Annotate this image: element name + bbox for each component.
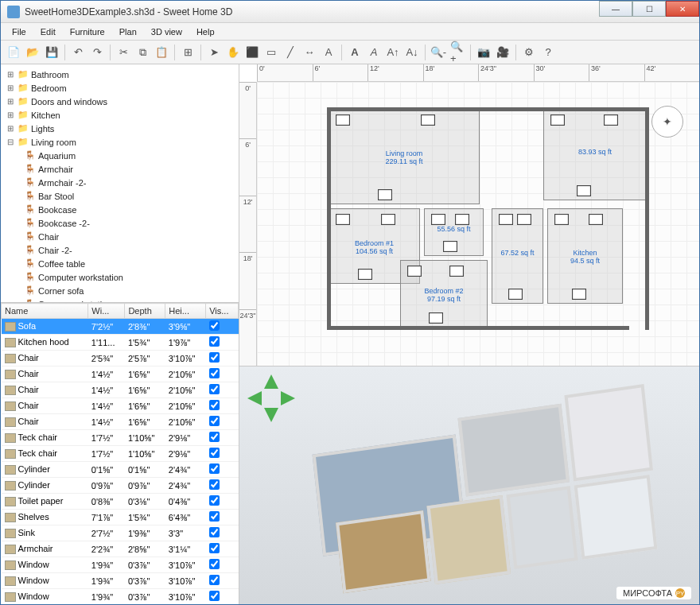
visible-checkbox[interactable] [209,511,220,522]
expand-icon[interactable]: ⊞ [6,97,15,106]
minimize-button[interactable]: — [599,1,632,17]
plan-view[interactable]: 0'6'12'18'24'3"30'36'42' 0'6'12'18'24'3"… [239,64,699,366]
table-row[interactable]: Cylinder0'1⅝"0'1⅝"2'4¾" [2,462,239,478]
visible-checkbox[interactable] [209,416,220,426]
visible-checkbox[interactable] [209,448,220,458]
menu-edit[interactable]: Edit [34,25,62,39]
table-row[interactable]: Shelves7'1⅞"1'5¾"6'4⅜" [2,510,239,525]
table-row[interactable]: Teck chair1'7½"1'10⅝"2'9⅛" [2,446,239,462]
expand-icon[interactable]: ⊞ [6,111,15,119]
menu-plan[interactable]: Plan [113,25,143,39]
table-row[interactable]: Armchair2'2¾"2'8⅝"3'1¼" [2,541,239,557]
open-icon[interactable]: 📂 [25,45,41,60]
visible-checkbox[interactable] [209,575,220,585]
visible-checkbox[interactable] [209,479,220,490]
furniture-object[interactable] [577,185,591,196]
paste-icon[interactable]: 📋 [154,45,169,60]
save-icon[interactable]: 💾 [44,45,60,60]
tree-category[interactable]: ⊞📁Lights [2,122,237,135]
table-row[interactable]: Cylinder0'9⅞"0'9⅞"2'4¾" [2,478,239,494]
visible-checkbox[interactable] [209,336,220,347]
expand-icon[interactable]: ⊞ [6,70,15,79]
table-row[interactable]: Chair1'4½"1'6⅝"2'10⅝" [2,398,239,414]
wall[interactable] [327,107,331,330]
close-button[interactable]: ✕ [666,1,699,17]
room[interactable]: 55.56 sq ft [424,208,484,256]
visible-checkbox[interactable] [209,384,220,394]
dimension-icon[interactable]: ↔ [301,45,317,60]
plan-canvas[interactable]: ✦ Living room229.11 sq ft83.93 sq ftBedr… [257,82,699,366]
table-row[interactable]: Chair2'5¾"2'5⅞"3'10⅞" [2,351,239,366]
furniture-object[interactable] [449,266,464,277]
visible-checkbox[interactable] [209,591,220,601]
column-header[interactable]: Depth [125,304,165,319]
table-row[interactable]: Sink2'7½"1'9⅜"3'3" [2,525,239,541]
furniture-object[interactable] [431,214,445,225]
table-row[interactable]: Chair1'4½"1'6⅝"2'10⅝" [2,382,239,398]
column-header[interactable]: Wi... [88,304,125,319]
tree-item[interactable]: 🪑Bookcase [25,203,237,216]
bold-icon[interactable]: A [347,45,363,60]
tree-category[interactable]: ⊞📁Kitchen [2,108,237,122]
nav-right-icon[interactable] [281,391,295,405]
video-icon[interactable]: 🎥 [495,45,511,60]
visible-checkbox[interactable] [209,400,220,410]
tree-item[interactable]: 🪑Coffee table [25,257,237,270]
table-row[interactable]: Chair1'4½"1'6⅝"2'10⅝" [2,366,239,382]
tree-item[interactable]: 🪑Corner workstation [25,297,237,303]
table-row[interactable]: Window1'9¾"0'3⅞"3'10⅞" [2,573,239,589]
visible-checkbox[interactable] [209,432,220,442]
tree-item[interactable]: 🪑Aquarium [25,149,237,162]
tree-item[interactable]: 🪑Bar Stool [25,189,237,203]
menu-file[interactable]: File [6,25,33,39]
nav-left-icon[interactable] [247,391,262,405]
visible-checkbox[interactable] [209,559,220,569]
furniture-object[interactable] [336,114,350,126]
add-furniture-icon[interactable]: ⊞ [180,45,196,60]
tree-category[interactable]: ⊞📁Doors and windows [2,95,237,108]
nav-down-icon[interactable] [264,408,278,422]
splitter-vertical[interactable] [238,64,241,604]
visible-checkbox[interactable] [209,527,220,537]
furniture-object[interactable] [517,214,531,225]
expand-icon[interactable]: ⊟ [6,138,15,146]
wall[interactable] [327,107,649,111]
furniture-object[interactable] [455,214,469,225]
table-row[interactable]: Teck chair1'7½"1'10⅝"2'9⅛" [2,430,239,446]
help-icon[interactable]: ? [540,45,556,60]
redo-icon[interactable]: ↷ [89,45,105,60]
size-up-icon[interactable]: A↑ [385,45,401,60]
furniture-object[interactable] [381,214,395,225]
select-icon[interactable]: ➤ [206,45,222,60]
table-row[interactable]: Chair1'4½"1'6⅝"2'10⅝" [2,414,239,430]
photo-icon[interactable]: 📷 [476,45,492,60]
italic-icon[interactable]: A [366,45,382,60]
prefs-icon[interactable]: ⚙ [521,45,537,60]
nav-pad[interactable] [247,374,295,422]
furniture-object[interactable] [421,114,435,126]
tree-item[interactable]: 🪑Armchair [25,162,237,176]
pan-icon[interactable]: ✋ [225,45,241,60]
expand-icon[interactable]: ⊞ [6,124,15,133]
visible-checkbox[interactable] [209,463,220,474]
column-header[interactable]: Name [2,304,88,319]
wall[interactable] [327,326,629,330]
nav-up-icon[interactable] [264,374,278,389]
furniture-list[interactable]: NameWi...DepthHei...Vis... Sofa7'2½"2'8⅜… [1,303,239,604]
tree-item[interactable]: 🪑Armchair -2- [25,176,237,189]
column-header[interactable]: Vis... [206,304,239,319]
furniture-object[interactable] [429,312,443,324]
furniture-object[interactable] [554,214,569,225]
tree-item[interactable]: 🪑Corner sofa [25,284,237,297]
furniture-object[interactable] [550,114,565,126]
furniture-object[interactable] [499,214,513,225]
size-down-icon[interactable]: A↓ [404,45,420,60]
maximize-button[interactable]: ☐ [632,1,666,17]
room-icon[interactable]: ▭ [263,45,279,60]
zoom-out-icon[interactable]: 🔍- [430,45,446,60]
furniture-object[interactable] [407,266,422,277]
furniture-object[interactable] [358,269,372,280]
cut-icon[interactable]: ✂ [115,45,131,60]
line-icon[interactable]: ╱ [282,45,298,60]
table-row[interactable]: Toilet paper0'8⅜"0'3⅛"0'4⅜" [2,494,239,510]
